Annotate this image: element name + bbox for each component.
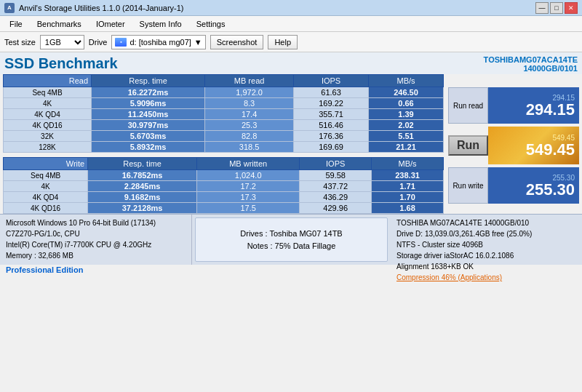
- row-label: 4K: [4, 98, 92, 109]
- row-mb: 1,024.0: [197, 170, 300, 181]
- pro-edition-label: Professional Edition: [6, 264, 186, 276]
- row-mb: 8.3: [205, 98, 294, 109]
- total-score-display: 549.45 549.45: [488, 127, 579, 164]
- screenshot-button[interactable]: Screenshot: [210, 35, 264, 49]
- run-read-button[interactable]: Run read: [448, 87, 488, 124]
- info-line6[interactable]: Compression 46% (Applications): [396, 272, 576, 283]
- row-resp: 9.1682ms: [88, 192, 197, 203]
- run-btn-container: Run: [448, 127, 488, 164]
- info-line4: Storage driver iaStorAC 16.0.2.1086: [396, 250, 576, 261]
- run-button[interactable]: Run: [448, 135, 488, 156]
- table-row: 4K QD4 9.1682ms 17.3 436.29 1.70: [4, 192, 444, 203]
- row-mb: 17.5: [197, 203, 300, 214]
- write-score-large: 255.30: [526, 182, 575, 198]
- drive-icon: ▪: [115, 38, 127, 47]
- help-button[interactable]: Help: [268, 35, 298, 49]
- mb-read-header: MB read: [205, 75, 294, 87]
- row-mbs: 21.21: [369, 142, 444, 153]
- iops-read-header: IOPS: [294, 75, 369, 87]
- row-resp: 37.2128ms: [88, 203, 197, 214]
- info-line2: Drive D: 13,039.0/3,261.4GB free (25.0%): [396, 228, 576, 239]
- close-button[interactable]: ✕: [565, 2, 578, 14]
- menu-bar: File Benchmarks IOmeter System Info Sett…: [0, 16, 582, 32]
- row-iops: 169.69: [294, 142, 369, 153]
- row-resp: 30.9797ms: [92, 120, 205, 131]
- menu-file[interactable]: File: [3, 17, 29, 31]
- row-label: 4K: [4, 181, 88, 192]
- drive-selector[interactable]: ▪ d: [toshiba mg07] ▼: [111, 35, 205, 49]
- read-table: Read Resp. time MB read IOPS MB/s Seq 4M…: [3, 74, 444, 153]
- row-mb: 25.3: [205, 120, 294, 131]
- row-mbs: 1.71: [372, 181, 444, 192]
- drive-dropdown-icon: ▼: [194, 38, 202, 47]
- minimize-button[interactable]: —: [535, 2, 549, 14]
- status-col-system: Microsoft Windows 10 Pro 64-bit Build (1…: [0, 215, 192, 265]
- test-size-label: Test size: [4, 38, 36, 47]
- row-iops: 59.58: [300, 170, 372, 181]
- table-row: 4K QD16 37.2128ms 17.5 429.96 1.68: [4, 203, 444, 214]
- drive-info-line2: 14000GB/0101: [484, 64, 578, 73]
- table-row: 4K 5.9096ms 8.3 169.22 0.66: [4, 98, 444, 109]
- row-iops: 61.63: [294, 87, 369, 98]
- write-score-display: 255.30 255.30: [488, 167, 579, 204]
- test-size-select[interactable]: 1GB 256MB 512MB 2GB 4GB: [40, 35, 84, 49]
- read-write-tables: Read Resp. time MB read IOPS MB/s Seq 4M…: [3, 74, 444, 214]
- row-mb: 82.8: [205, 131, 294, 142]
- read-score-box: Run read 294.15 294.15: [448, 87, 579, 124]
- row-label: 4K QD16: [4, 203, 88, 214]
- iops-write-header: IOPS: [300, 158, 372, 170]
- resp-time-write-header: Resp. time: [88, 158, 197, 170]
- row-label: 4K QD16: [4, 120, 92, 131]
- row-iops: 437.72: [300, 181, 372, 192]
- toolbar: Test size 1GB 256MB 512MB 2GB 4GB Drive …: [0, 32, 582, 52]
- title-text: Anvil's Storage Utilities 1.1.0 (2014-Ja…: [19, 4, 183, 12]
- menu-settings[interactable]: Settings: [190, 17, 232, 31]
- row-label: 4K QD4: [4, 109, 92, 120]
- menu-iometer[interactable]: IOmeter: [89, 17, 132, 31]
- row-mbs: 246.50: [369, 87, 444, 98]
- row-iops: 429.96: [300, 203, 372, 214]
- sys-line2: C7Z270-PG/1.0c, CPU: [6, 228, 186, 239]
- row-iops: 355.71: [294, 109, 369, 120]
- read-score-display: 294.15 294.15: [488, 87, 579, 124]
- row-mbs: 1.39: [369, 109, 444, 120]
- row-mbs: 5.51: [369, 131, 444, 142]
- table-row: 32K 5.6703ms 82.8 176.36 5.51: [4, 131, 444, 142]
- info-line3: NTFS - Cluster size 4096B: [396, 239, 576, 250]
- info-line1: TOSHIBA MG07ACA14TE 14000GB/010: [396, 217, 576, 228]
- drives-line1: Drives : Toshiba MG07 14TB: [202, 228, 381, 240]
- total-score-large: 549.45: [526, 142, 575, 158]
- ssd-header: SSD Benchmark TOSHIBAMG07ACA14TE 14000GB…: [0, 52, 582, 74]
- title-buttons: — □ ✕: [535, 2, 578, 14]
- read-col-header: Read: [4, 75, 92, 87]
- row-mb: 318.5: [205, 142, 294, 153]
- title-bar-left: A Anvil's Storage Utilities 1.1.0 (2014-…: [4, 3, 183, 13]
- title-bar: A Anvil's Storage Utilities 1.1.0 (2014-…: [0, 0, 582, 16]
- benchmark-area: Read Resp. time MB read IOPS MB/s Seq 4M…: [0, 74, 582, 214]
- maximize-button[interactable]: □: [550, 2, 563, 14]
- ssd-title: SSD Benchmark: [4, 55, 118, 72]
- row-mbs: 1.70: [372, 192, 444, 203]
- table-row: 4K 2.2845ms 17.2 437.72 1.71: [4, 181, 444, 192]
- row-label: Seq 4MB: [4, 87, 92, 98]
- write-table: Write Resp. time MB written IOPS MB/s Se…: [3, 157, 444, 214]
- total-score-row: Run 549.45 549.45: [448, 127, 579, 164]
- row-mbs: 0.66: [369, 98, 444, 109]
- write-score-box: Run write 255.30 255.30: [448, 167, 579, 204]
- row-label: 128K: [4, 142, 92, 153]
- row-resp: 5.9096ms: [92, 98, 205, 109]
- write-col-header: Write: [4, 158, 88, 170]
- table-row: Seq 4MB 16.2272ms 1,972.0 61.63 246.50: [4, 87, 444, 98]
- sys-line1: Microsoft Windows 10 Pro 64-bit Build (1…: [6, 217, 186, 228]
- row-iops: 176.36: [294, 131, 369, 142]
- sys-line4: Memory : 32,686 MB: [6, 250, 186, 261]
- row-iops: 516.46: [294, 120, 369, 131]
- read-score-large: 294.15: [526, 102, 575, 118]
- menu-benchmarks[interactable]: Benchmarks: [31, 17, 88, 31]
- run-write-button[interactable]: Run write: [448, 167, 488, 204]
- menu-systeminfo[interactable]: System Info: [133, 17, 188, 31]
- row-mb: 1,972.0: [205, 87, 294, 98]
- info-line5: Alignment 1638+KB OK: [396, 261, 576, 272]
- row-mbs: 238.31: [372, 170, 444, 181]
- drive-info-line1: TOSHIBAMG07ACA14TE: [484, 55, 578, 64]
